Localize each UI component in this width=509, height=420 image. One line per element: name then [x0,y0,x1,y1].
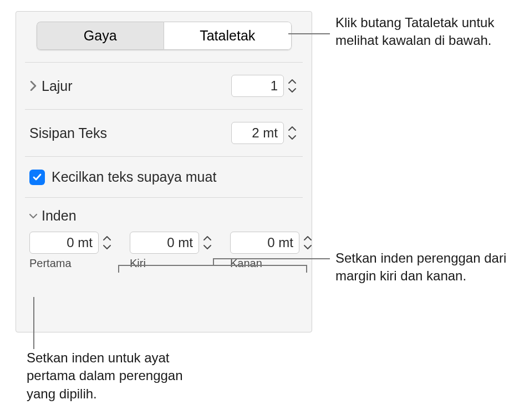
shrink-text-row: Kecilkan teks supaya muat [29,157,298,197]
callout-line [213,258,330,259]
callout-bracket [118,265,307,273]
stepper-up-icon[interactable] [286,77,298,86]
columns-stepper [231,75,298,97]
tab-style-label: Gaya [84,28,117,43]
indent-left-input[interactable] [130,232,199,254]
callout-layout-tab: Klik butang Tataletak untuk melihat kawa… [335,14,509,50]
stepper-up-icon[interactable] [101,234,113,243]
stepper-up-icon[interactable] [302,234,314,243]
stepper-up-icon[interactable] [286,124,298,133]
shrink-text-label: Kecilkan teks supaya muat [52,169,216,185]
stepper-up-icon[interactable] [201,234,213,243]
indent-first-stepper [29,232,113,254]
columns-input[interactable] [231,75,284,97]
indents-header: Inden [29,198,298,232]
columns-stepper-arrows [286,75,298,97]
indent-left-arrows [201,232,213,254]
callout-line [288,33,330,34]
indent-right-group: Kanan [230,232,314,270]
indent-right-arrows [302,232,314,254]
chevron-right-icon[interactable] [29,81,37,91]
columns-label: Lajur [42,78,73,94]
layout-panel: Gaya Tataletak Lajur [16,11,312,332]
stepper-down-icon[interactable] [286,133,298,142]
indents-label: Inden [42,208,77,224]
tab-layout-label: Tataletak [200,28,255,43]
text-inset-label-wrap: Sisipan Teks [29,125,107,141]
columns-row: Lajur [29,63,298,109]
callout-first-indent: Setkan inden untuk ayat pertama dalam pe… [27,349,187,403]
text-inset-input[interactable] [231,122,284,144]
stepper-down-icon[interactable] [201,243,213,252]
indent-first-arrows [101,232,113,254]
tab-layout[interactable]: Tataletak [164,22,292,50]
indent-first-label: Pertama [29,257,113,270]
chevron-down-icon[interactable] [29,211,37,221]
stepper-down-icon[interactable] [101,243,113,252]
columns-label-wrap: Lajur [29,78,73,94]
text-inset-stepper [231,122,298,144]
callout-line [33,297,34,349]
indent-left-stepper [130,232,213,254]
indent-left-group: Kiri [130,232,213,270]
indent-right-stepper [230,232,314,254]
tab-style[interactable]: Gaya [37,22,164,50]
stepper-down-icon[interactable] [302,243,314,252]
tab-group: Gaya Tataletak [37,22,292,50]
indent-right-input[interactable] [230,232,299,254]
stepper-down-icon[interactable] [286,86,298,95]
text-inset-row: Sisipan Teks [29,110,298,156]
indent-first-group: Pertama [29,232,113,270]
indent-first-input[interactable] [29,232,99,254]
shrink-text-checkbox[interactable] [29,170,45,185]
text-inset-stepper-arrows [286,122,298,144]
callout-left-right: Setkan inden perenggan dari margin kiri … [335,249,509,285]
text-inset-label: Sisipan Teks [29,125,107,141]
